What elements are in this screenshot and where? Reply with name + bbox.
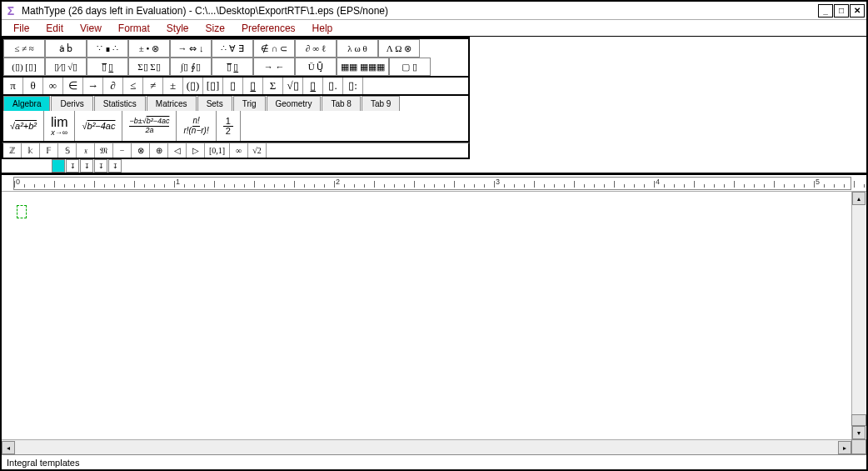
sym-pm[interactable]: ± [163, 78, 183, 94]
tab-trig[interactable]: Trig [233, 96, 266, 111]
fence-templates[interactable]: (▯) [▯] [3, 58, 45, 76]
operator-symbols[interactable]: ± • ⊗ [128, 39, 170, 58]
labeled-arrow-templates[interactable]: → ← [253, 58, 295, 76]
set-theory-symbols[interactable]: ∉ ∩ ⊂ [253, 39, 295, 58]
close-button[interactable]: ✕ [850, 4, 865, 18]
tab-8[interactable]: Tab 8 [322, 96, 360, 111]
menu-help[interactable]: Help [306, 21, 340, 36]
sm-s[interactable]: 𝕊 [58, 143, 77, 158]
equation-slot[interactable] [17, 205, 27, 218]
vertical-scrollbar[interactable]: ▴ ▾ [851, 192, 866, 439]
sym-pi[interactable]: π [3, 78, 23, 94]
style-bar: ↧ ↧ ↧ ↧ [2, 159, 866, 173]
tmpl-sqrt-quad[interactable]: √b²−4ac [75, 111, 122, 141]
sm-k[interactable]: 𝕜 [22, 143, 40, 158]
greek-uppercase[interactable]: Λ Ω ⊗ [378, 39, 420, 58]
sym-infinity[interactable]: ∞ [43, 78, 63, 94]
style-tab-center[interactable]: ↧ [80, 159, 93, 173]
sym-spacer [363, 78, 468, 94]
sm-oplus[interactable]: ⊕ [150, 143, 168, 158]
tmpl-combination[interactable]: n!r!(n−r)! [177, 111, 216, 141]
sm-z[interactable]: ℤ [3, 143, 22, 158]
sym-leq[interactable]: ≤ [123, 78, 143, 94]
products-templates[interactable]: Ū Ū̧ [295, 58, 337, 76]
sym-sub[interactable]: ▯̲ [243, 78, 263, 94]
sym-box[interactable]: ▯ [223, 78, 243, 94]
style-cyan[interactable] [52, 159, 65, 173]
sm-x[interactable]: 𝔵 [77, 143, 95, 158]
sym-sigma[interactable]: Σ [263, 78, 283, 94]
greek-lowercase[interactable]: λ ω θ [337, 39, 378, 58]
tmpl-quadratic[interactable]: −b±√b²−4ac2a [122, 111, 177, 141]
tab-statistics[interactable]: Statistics [94, 96, 146, 111]
menu-preferences[interactable]: Preferences [235, 21, 302, 36]
resize-grip[interactable] [851, 439, 866, 454]
logical-symbols[interactable]: ∴ ∀ ∃ [212, 39, 253, 58]
sm-sqrt2[interactable]: √2 [248, 143, 267, 158]
sym-colon[interactable]: ▯: [343, 78, 363, 94]
spaces-symbols[interactable]: ȧ ḃ [45, 39, 87, 58]
ruler-area: 0123456 [2, 175, 866, 192]
relational-symbols[interactable]: ≤ ≠ ≈ [3, 39, 45, 58]
sm-minus[interactable]: − [113, 143, 132, 158]
tmpl-sqrt-sum[interactable]: √a²+b² [3, 111, 44, 141]
sym-paren[interactable]: (▯) [183, 78, 203, 94]
style-tab-right[interactable]: ↧ [94, 159, 107, 173]
sm-left[interactable]: ◁ [168, 143, 187, 158]
menu-format[interactable]: Format [112, 21, 157, 36]
sym-bracket[interactable]: [▯] [203, 78, 223, 94]
maximize-button[interactable]: □ [834, 4, 849, 18]
scroll-left-button[interactable]: ◂ [2, 441, 15, 454]
style-tab-decimal[interactable]: ↧ [108, 159, 122, 173]
sm-interval[interactable]: [0,1] [205, 143, 230, 158]
tab-derivs[interactable]: Derivs [51, 96, 92, 111]
embellishments[interactable]: ∵ ∎ ∴ [87, 39, 128, 58]
misc-symbols[interactable]: ∂ ∞ ℓ [295, 39, 337, 58]
scroll-right-button[interactable]: ▸ [838, 441, 851, 454]
summation-templates[interactable]: Σ▯ Σ▯ [128, 58, 170, 76]
tab-row: Algebra Derivs Statistics Matrices Sets … [2, 96, 470, 111]
style-tab-left[interactable]: ↧ [66, 159, 79, 173]
menu-view[interactable]: View [73, 21, 108, 36]
fraction-radical-templates[interactable]: ▯⁄▯ √▯ [45, 58, 87, 76]
menu-edit[interactable]: Edit [39, 21, 70, 36]
sym-underbar[interactable]: ▯̲ [303, 78, 323, 94]
sm-inf[interactable]: ∞ [230, 143, 248, 158]
subscript-superscript-templates[interactable]: ▯̅ ▯̲ [87, 58, 128, 76]
boxes-templates[interactable]: ▢ ▯ [389, 58, 431, 76]
toolbar-area: ≤ ≠ ≈ ȧ ḃ ∵ ∎ ∴ ± • ⊗ → ⇔ ↓ ∴ ∀ ∃ ∉ ∩ ⊂ … [2, 37, 866, 175]
horizontal-scrollbar[interactable]: ◂ ▸ [2, 439, 851, 454]
sm-otimes[interactable]: ⊗ [132, 143, 150, 158]
ruler-label: 4 [656, 178, 660, 186]
sm-right[interactable]: ▷ [187, 143, 205, 158]
tab-algebra[interactable]: Algebra [3, 96, 50, 111]
sym-element[interactable]: ∈ [63, 78, 83, 94]
tab-matrices[interactable]: Matrices [147, 96, 197, 111]
minimize-button[interactable]: _ [818, 4, 833, 18]
arrows[interactable]: → ⇔ ↓ [170, 39, 212, 58]
sym-sqrt[interactable]: √▯ [283, 78, 303, 94]
sym-dot[interactable]: ▯. [323, 78, 343, 94]
sm-m[interactable]: 𝔐 [95, 143, 113, 158]
scroll-up-button[interactable]: ▴ [852, 192, 866, 205]
integral-templates[interactable]: ∫▯ ∮▯ [170, 58, 212, 76]
sym-theta[interactable]: θ [23, 78, 43, 94]
tmpl-limit[interactable]: limx→∞ [44, 111, 75, 141]
underbar-overbar-templates[interactable]: ▯̅ ▯̲ [212, 58, 253, 76]
scroll-down-button[interactable]: ▾ [852, 426, 866, 439]
sym-neq[interactable]: ≠ [143, 78, 163, 94]
tab-9[interactable]: Tab 9 [362, 96, 400, 111]
editor-canvas[interactable] [2, 192, 851, 439]
sym-arrow[interactable]: → [83, 78, 103, 94]
sm-f[interactable]: 𝔽 [40, 143, 58, 158]
sm-spacer [267, 143, 468, 158]
menu-style[interactable]: Style [160, 21, 196, 36]
tmpl-half[interactable]: 12 [217, 111, 241, 141]
menu-size[interactable]: Size [199, 21, 232, 36]
matrix-templates[interactable]: ▦▦ ▦▦▦ [337, 58, 389, 76]
menu-file[interactable]: File [7, 21, 36, 36]
sym-partial[interactable]: ∂ [103, 78, 123, 94]
tab-geometry[interactable]: Geometry [267, 96, 322, 111]
tab-sets[interactable]: Sets [197, 96, 232, 111]
ruler[interactable]: 0123456 [13, 177, 851, 190]
